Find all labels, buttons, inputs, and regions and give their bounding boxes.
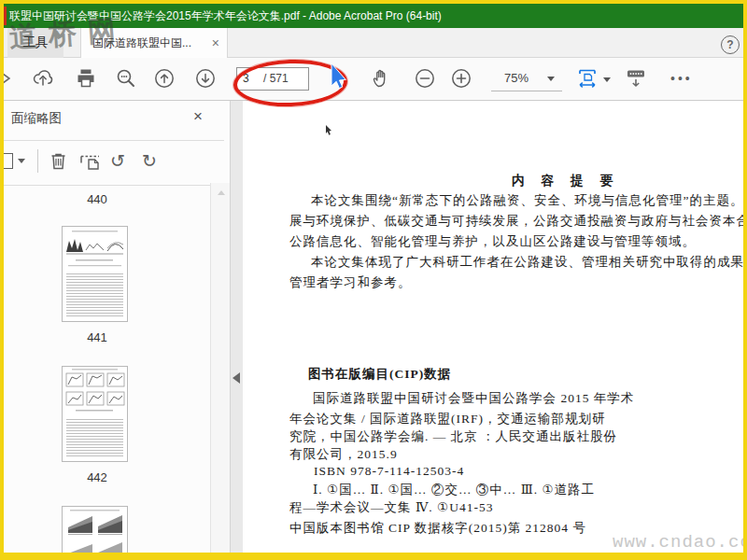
divider [37,149,38,173]
options-menu-icon[interactable] [4,153,13,169]
document-text-line: 究院，中国公路学会编. — 北京 ：人民交通出版社股份 [289,428,617,445]
close-tab-icon[interactable]: × [212,28,219,58]
page-thumbnail-441[interactable] [62,226,128,322]
chevron-down-icon [547,77,555,81]
share-upload-icon[interactable] [31,66,55,91]
panel-title: 面缩略图 [11,110,62,127]
window-title: 联盟中国研讨会暨中国公路学会2015年学术年会论文集.pdf - Adobe A… [9,4,442,28]
panel-scrollbar[interactable] [210,183,231,553]
frame-border-left [0,0,4,560]
zoom-in-icon[interactable] [449,66,473,91]
page-display-icon[interactable] [624,66,648,91]
page-up-icon[interactable] [152,66,176,91]
page-number-field[interactable]: 3 / 571 [236,67,309,91]
print-icon[interactable] [74,66,98,91]
page-down-icon[interactable] [193,66,218,91]
tab-document[interactable]: 国际道路联盟中国... × [80,28,228,58]
thumbnail-figure [63,227,127,270]
mouse-cursor-icon [331,63,349,91]
small-cursor-mark-icon [325,125,333,137]
fit-width-chevron-icon[interactable] [603,77,611,82]
panel-gutter [231,101,243,553]
rotate-left-icon[interactable]: ↺ [110,149,125,173]
acrobat-logo-icon [4,7,7,25]
search-icon[interactable] [114,66,138,91]
title-bar: 联盟中国研讨会暨中国公路学会2015年学术年会论文集.pdf - Adobe A… [4,4,743,28]
collapse-panel-icon[interactable] [233,372,240,384]
document-text-line: 有限公司，2015.9 [289,446,398,463]
document-text-line: 年会论文集 / 国际道路联盟(IRF)，交通运输部规划研 [289,411,606,427]
close-panel-icon[interactable]: × [193,107,203,126]
thumbnail-figure [63,367,127,415]
tab-tools[interactable]: 工具 [7,28,63,58]
thumbnail-label: 440 [60,192,134,206]
divider [4,185,224,186]
document-text-line: Ⅰ. ①国… Ⅱ. ①国… ②交… ③中… Ⅲ. ①道路工 [313,482,595,498]
rotate-right-icon[interactable]: ↻ [142,149,157,173]
document-text-line: 国际道路联盟中国研讨会暨中国公路学会 2015 年学术 [313,390,634,407]
document-text-line: 程—学术会议—文集 Ⅳ. ①U41-53 [289,499,493,516]
clipped-tool-icon[interactable] [3,71,10,88]
thumbnail-text-lines [66,273,123,318]
zoom-out-icon[interactable] [413,66,437,91]
options-chevron-icon [18,159,25,163]
watermark-bottom-right: www.cndao.com [613,532,743,553]
cip-record-line: 中国版本图书馆 CIP 数据核字(2015)第 212804 号 [289,520,586,537]
document-text-line: 管理者学习和参考。 [289,274,412,291]
thumbnail-text-lines [66,419,123,458]
page-current-input[interactable]: 3 [243,72,249,85]
document-text-line: 展与环境保护、低碳交通与可持续发展，公路交通投融资与政府与社会资本合作(PPP)… [289,213,743,230]
main-toolbar: 3 / 571 75% ••• [4,58,743,101]
insert-page-icon[interactable] [78,149,102,173]
hand-tool-icon[interactable] [370,66,394,91]
divider [4,140,224,141]
tab-bar: 工具 国际道路联盟中国... × ? [4,28,743,58]
document-page[interactable]: 内 容 提 要 本论文集围绕“新常态下的公路融资、安全、环境与信息化管理”的主题… [243,101,743,553]
zoom-level-select[interactable]: 75% [491,67,562,91]
document-heading: 内 容 提 要 [512,173,620,189]
delete-pages-icon[interactable] [47,149,70,173]
fit-width-icon[interactable] [575,66,599,91]
page-total-label: / 571 [263,72,289,85]
document-text-line: 本论文集体现了广大科研工作者在公路建设、管理相关研究中取得的成果，可供交通行业 [311,254,743,271]
scroll-up-icon[interactable] [218,190,225,195]
frame-border-top [0,0,747,4]
help-icon[interactable]: ? [721,35,740,54]
page-thumbnail-443[interactable] [62,506,128,553]
isbn-line: ISBN 978-7-114-12503-4 [314,464,464,479]
frame-border-right [743,0,747,560]
thumbnail-label: 441 [60,330,134,344]
cip-heading: 图书在版编目(CIP)数据 [308,366,451,383]
thumbnails-panel: 面缩略图 × ↺ ↻ 440 [4,101,231,553]
document-text-line: 公路信息化、智能化管理与养护，以及山区公路建设与管理等领域。 [289,233,696,250]
thumbnail-label: 442 [60,470,134,484]
more-options-icon[interactable]: ••• [670,71,693,86]
tab-document-label: 国际道路联盟中国... [92,36,191,49]
zoom-level-value: 75% [504,71,529,85]
page-thumbnail-442[interactable] [62,366,128,462]
acrobat-window: 联盟中国研讨会暨中国公路学会2015年学术年会论文集.pdf - Adobe A… [0,0,747,560]
document-text-line: 本论文集围绕“新常态下的公路融资、安全、环境与信息化管理”的主题。论文涵盖了道路 [311,192,743,209]
thumbnail-figure [63,507,127,553]
frame-border-bottom [0,553,747,560]
